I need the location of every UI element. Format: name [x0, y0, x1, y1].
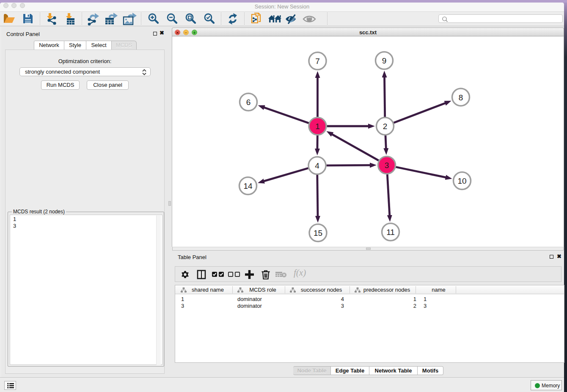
svg-text:9: 9 — [382, 56, 387, 65]
svg-text:6: 6 — [246, 98, 251, 107]
svg-text:11: 11 — [386, 228, 395, 237]
svg-text:2: 2 — [383, 122, 388, 131]
svg-text:8: 8 — [459, 93, 463, 102]
svg-text:3: 3 — [385, 161, 389, 170]
svg-text:10: 10 — [457, 177, 466, 185]
svg-text:1: 1 — [315, 122, 320, 131]
svg-text:14: 14 — [243, 182, 253, 190]
svg-text:15: 15 — [314, 229, 322, 237]
svg-text:4: 4 — [315, 161, 319, 170]
svg-text:7: 7 — [315, 57, 320, 66]
